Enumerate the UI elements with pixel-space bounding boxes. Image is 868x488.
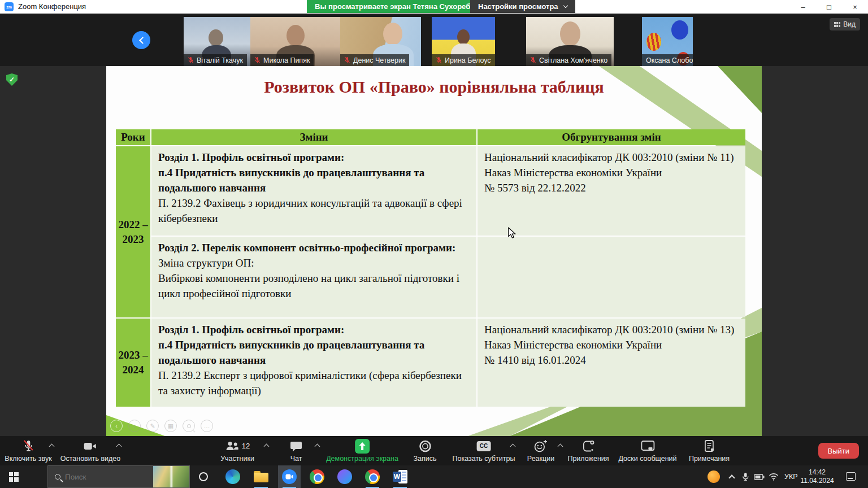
reactions-options-chevron[interactable] — [558, 444, 563, 450]
stop-video-button[interactable]: Остановить видео — [60, 439, 121, 463]
tray-wifi-icon[interactable] — [769, 473, 779, 481]
window-titlebar: zm Zoom Конференция Вы просматриваете эк… — [0, 0, 868, 14]
taskbar-word-icon[interactable]: W — [389, 465, 411, 488]
action-center-icon[interactable] — [846, 472, 856, 481]
share-screen-button[interactable]: Демонстрация экрана — [326, 439, 398, 463]
participants-options-chevron[interactable] — [264, 444, 270, 450]
participant-name-tag: Ирина Белоус — [432, 54, 495, 66]
zoom-app-icon: zm — [5, 2, 14, 11]
zoom-toolbar: Включить звук Остановить видео 12 Участн… — [0, 436, 868, 465]
security-shield-icon: ✓ — [6, 73, 18, 86]
taskbar-explorer-icon[interactable] — [250, 465, 272, 488]
table-justification-cell: Національний класифікатор ДК 003:2010 (з… — [478, 319, 745, 407]
captions-button[interactable]: CC Показать субтитры — [453, 439, 515, 463]
video-thumbnail[interactable]: Микола Пипяк — [250, 17, 340, 66]
view-button[interactable]: Вид — [830, 18, 860, 30]
apps-button[interactable]: Приложения — [567, 439, 609, 463]
windows-taskbar: W УКР 14:42 11.04.2024 — [0, 465, 868, 488]
video-thumbnail[interactable]: Денис Четверик — [340, 17, 421, 66]
taskbar-edge-icon[interactable] — [222, 465, 244, 488]
mic-muted-icon — [22, 439, 34, 453]
chat-button[interactable]: Чат — [290, 439, 302, 463]
camera-icon — [84, 439, 97, 453]
table-justification-cell: Національний класифікатор ДК 003:2010 (з… — [478, 146, 745, 236]
tray-mic-icon[interactable] — [741, 472, 749, 482]
chat-options-chevron[interactable] — [315, 444, 320, 450]
table-header-years: Роки — [116, 129, 150, 145]
slide-prev-button[interactable]: ‹ — [110, 420, 123, 432]
table-header-changes: Зміни — [151, 129, 476, 145]
unmute-button[interactable]: Включить звук — [5, 439, 51, 463]
clock-time: 14:42 — [796, 468, 839, 477]
taskbar-zoom-icon[interactable] — [278, 465, 301, 488]
notes-button[interactable]: Примечания — [689, 439, 730, 463]
tray-battery-icon[interactable] — [754, 474, 765, 480]
taskbar-clock[interactable]: 14:42 11.04.2024 — [796, 468, 839, 485]
record-button[interactable]: Запись — [413, 439, 436, 463]
smiley-plus-icon — [533, 439, 548, 453]
slide-title: Розвиток ОП «Право» порівняльна таблиця — [106, 77, 762, 97]
participant-name-tag: Світлана Хом'яченко — [526, 54, 611, 66]
participants-button[interactable]: 12 Участники — [220, 439, 254, 463]
participants-count: 12 — [242, 442, 250, 450]
close-button[interactable]: × — [842, 0, 868, 14]
taskbar-chrome2-icon[interactable] — [361, 465, 384, 488]
search-daily-image — [153, 466, 189, 487]
windows-logo-icon — [9, 472, 19, 482]
collapse-strip-button[interactable] — [132, 31, 150, 49]
taskbar-search[interactable] — [47, 465, 190, 488]
search-icon — [55, 474, 60, 480]
table-years-cell: 2023 – 2024 — [116, 319, 150, 407]
reactions-button[interactable]: Реакции — [527, 439, 554, 463]
view-settings-button[interactable]: Настройки просмотра — [470, 0, 575, 13]
grid-view-icon — [834, 22, 840, 27]
slide-frames-button[interactable]: ▦ — [164, 420, 177, 432]
table-changes-cell: Розділ 1. Профіль освітньої програми: п.… — [151, 146, 476, 236]
participant-name-tag: Оксана Слободиська — [642, 54, 693, 66]
table-justification-cell — [478, 237, 745, 317]
share-screen-icon — [355, 439, 370, 454]
mic-muted-icon — [188, 56, 194, 64]
video-thumbnail[interactable]: Віталій Ткачук — [184, 17, 250, 66]
search-input[interactable] — [65, 473, 144, 481]
record-icon — [418, 439, 432, 453]
slide-next-button[interactable]: › — [128, 420, 141, 432]
taskbar-copilot-icon[interactable] — [333, 465, 356, 488]
whiteboards-button[interactable]: Доски сообщений — [618, 439, 676, 463]
start-button[interactable] — [0, 465, 27, 488]
participant-name-tag: Віталій Ткачук — [184, 54, 247, 66]
slide-nav-toolbar: ‹ › ✎ ▦ … — [110, 420, 213, 432]
table-changes-cell: Розділ 2. Перелік компонент освітньо-про… — [151, 237, 476, 317]
mic-muted-icon — [344, 56, 350, 64]
leave-button[interactable]: Выйти — [818, 443, 860, 459]
participant-name-tag: Микола Пипяк — [250, 54, 314, 66]
chevron-left-icon — [139, 37, 146, 44]
mouse-cursor — [507, 227, 517, 239]
clock-date: 11.04.2024 — [796, 477, 839, 485]
minimize-button[interactable]: – — [790, 0, 816, 14]
participant-name-tag: Денис Четверик — [340, 54, 409, 66]
whiteboard-icon — [640, 439, 655, 453]
maximize-button[interactable]: □ — [816, 0, 842, 14]
shared-screen-slide: Розвиток ОП «Право» порівняльна таблиця … — [106, 66, 762, 436]
screen-share-banner: Вы просматриваете экран Тетяна Сухоребра — [307, 0, 487, 13]
video-thumbnail[interactable]: Світлана Хом'яченко — [526, 17, 614, 66]
slide-zoom-button[interactable] — [183, 420, 195, 432]
notes-icon — [704, 439, 715, 453]
tray-hidden-icons-chevron[interactable] — [728, 474, 735, 481]
slide-more-button[interactable]: … — [201, 420, 213, 432]
mic-muted-icon — [436, 56, 442, 64]
mic-muted-icon — [530, 56, 536, 64]
video-thumbnail[interactable]: Ирина Белоус — [432, 17, 495, 66]
slide-pen-button[interactable]: ✎ — [146, 420, 159, 432]
participants-icon — [225, 440, 240, 452]
tray-app-icon[interactable] — [708, 470, 720, 483]
table-header-justification: Обгрунтування змін — [478, 129, 745, 145]
table-changes-cell: Розділ 1. Профіль освітньої програми: п.… — [151, 319, 476, 407]
taskbar-chrome-icon[interactable] — [306, 465, 328, 488]
chat-bubble-icon — [290, 439, 302, 453]
video-thumbnail[interactable]: Оксана Слободиська — [642, 17, 693, 66]
video-thumbnail-strip: Віталій Ткачук Микола Пипяк Денис Четвер… — [0, 14, 868, 66]
zoom-meeting-window: zm Zoom Конференция Вы просматриваете эк… — [0, 0, 868, 488]
cortana-icon[interactable] — [199, 472, 208, 481]
